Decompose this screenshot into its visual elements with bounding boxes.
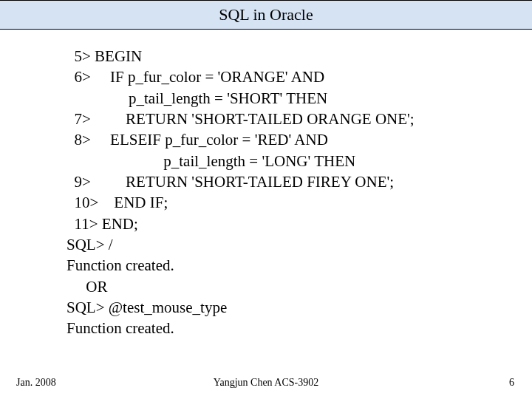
footer-author-course: Yangjun Chen ACS-3902 xyxy=(0,377,532,389)
slide-title-bar: SQL in Oracle xyxy=(0,0,532,30)
slide-title: SQL in Oracle xyxy=(219,5,313,24)
slide-number: 6 xyxy=(509,377,514,389)
code-block: 5> BEGIN 6> IF p_fur_color = 'ORANGE' AN… xyxy=(0,30,532,339)
